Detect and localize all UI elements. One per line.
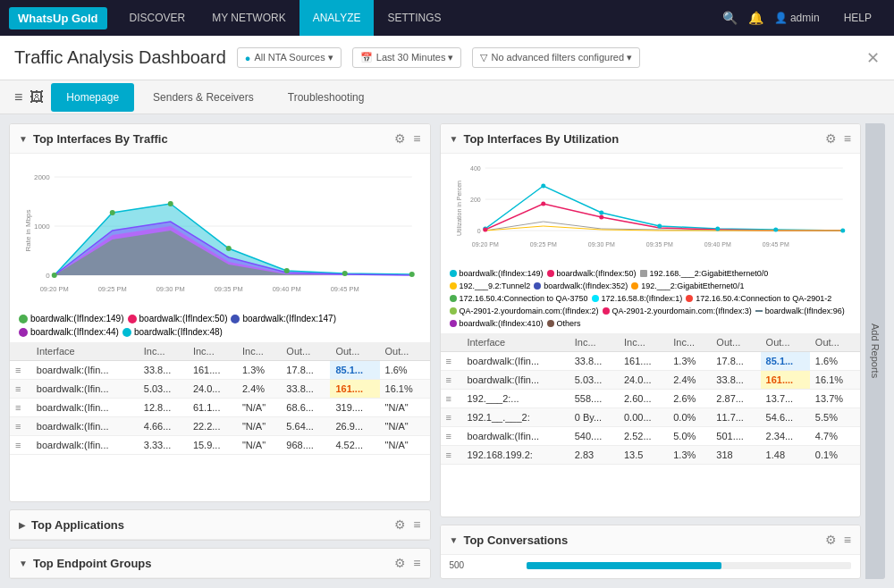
- table-row[interactable]: ≡boardwalk:(Ifin...5.03...24.0...2.4%33.…: [441, 371, 861, 390]
- close-button[interactable]: ✕: [866, 48, 880, 68]
- nav-help[interactable]: HELP: [831, 0, 885, 36]
- utilization-chevron[interactable]: ▼: [450, 134, 459, 144]
- table-row[interactable]: ≡boardwalk:(Ifin...33.8...161....1.3%17.…: [441, 352, 861, 371]
- endpoint-groups-settings-icon[interactable]: ⚙: [394, 556, 406, 570]
- table-cell: 501....: [711, 427, 760, 446]
- table-cell: 5.0%: [668, 427, 711, 446]
- advanced-filter[interactable]: ▽ No advanced filters configured ▾: [472, 47, 640, 68]
- table-cell: 5.5%: [810, 408, 860, 427]
- applications-settings-icon[interactable]: ⚙: [394, 517, 406, 532]
- table-row[interactable]: ≡boardwalk:(Ifin...540....2.52...5.0%501…: [441, 427, 861, 446]
- svg-text:09:30 PM: 09:30 PM: [587, 241, 614, 248]
- table-row[interactable]: ≡boardwalk:(Ifin...12.8...61.1..."N/A"68…: [10, 399, 430, 417]
- table-cell: 192.1__.___2:: [461, 408, 569, 427]
- traffic-legend: boardwalk:(IfIndex:149) boardwalk:(IfInd…: [10, 310, 430, 342]
- svg-point-38: [483, 228, 487, 232]
- uth-inc3: Inc...: [668, 333, 711, 352]
- svg-text:09:20 PM: 09:20 PM: [40, 285, 69, 293]
- conversations-settings-icon[interactable]: ⚙: [825, 533, 837, 547]
- conversations-chart: 500: [441, 555, 861, 578]
- sub-header: Traffic Analysis Dashboard ● All NTA Sou…: [0, 36, 894, 80]
- th-out3: Out...: [380, 342, 430, 361]
- table-cell: 2.6%: [668, 390, 711, 408]
- nav-discover[interactable]: DISCOVER: [116, 0, 199, 36]
- top-endpoint-groups-widget: ▼ Top Endpoint Groups ⚙ ≡: [9, 548, 431, 579]
- endpoint-groups-widget-header: ▼ Top Endpoint Groups ⚙ ≡: [10, 549, 430, 578]
- table-row[interactable]: ≡192.1__.___2:0 By...0.00...0.0%11.7...5…: [441, 408, 861, 427]
- uth-inc2: Inc...: [619, 333, 668, 352]
- legend-dot-44: [19, 328, 28, 337]
- traffic-menu-icon[interactable]: ≡: [413, 131, 420, 146]
- top-nav: WhatsUp Gold DISCOVER MY NETWORK ANALYZE…: [0, 0, 894, 36]
- utilization-table: Interface Inc... Inc... Inc... Out... Ou…: [441, 333, 861, 465]
- top-interfaces-traffic-widget: ▼ Top Interfaces By Traffic ⚙ ≡ Rate in …: [9, 123, 431, 502]
- table-cell: 0.1%: [810, 446, 860, 465]
- table-cell: 1.6%: [380, 361, 430, 380]
- sources-filter[interactable]: ● All NTA Sources ▾: [237, 47, 342, 68]
- utilization-widget-actions: ⚙ ≡: [825, 131, 851, 146]
- table-cell: 4.7%: [810, 427, 860, 446]
- ul-legend-14: Others: [547, 319, 581, 328]
- table-cell: boardwalk:(Ifin...: [461, 427, 569, 446]
- nav-settings[interactable]: SETTINGS: [374, 0, 454, 36]
- table-cell: 54.6...: [761, 408, 810, 427]
- uth-inc1: Inc...: [569, 333, 619, 352]
- tab-troubleshooting[interactable]: Troubleshooting: [273, 83, 380, 112]
- add-reports-sidebar[interactable]: Add Reports: [865, 123, 885, 579]
- page-title: Traffic Analysis Dashboard: [14, 47, 226, 68]
- endpoint-groups-widget-actions: ⚙ ≡: [394, 556, 420, 570]
- legend-label-50: boardwalk:(IfIndex:50): [139, 314, 228, 323]
- endpoint-groups-menu-icon[interactable]: ≡: [413, 556, 420, 570]
- table-cell: 558....: [569, 390, 619, 408]
- endpoint-groups-chevron[interactable]: ▼: [19, 559, 28, 568]
- sources-label: All NTA Sources ▾: [254, 52, 333, 63]
- conversations-chevron[interactable]: ▼: [450, 535, 459, 545]
- nav-analyze[interactable]: ANALYZE: [299, 0, 375, 36]
- table-cell: 1.3%: [668, 446, 711, 465]
- table-row[interactable]: ≡boardwalk:(Ifin...4.66...22.2..."N/A"5.…: [10, 417, 430, 436]
- svg-point-20: [226, 246, 232, 251]
- applications-chevron[interactable]: ▶: [19, 520, 26, 530]
- applications-menu-icon[interactable]: ≡: [413, 517, 420, 532]
- user-menu[interactable]: 👤 admin: [774, 12, 820, 24]
- conversations-menu-icon[interactable]: ≡: [844, 533, 851, 547]
- svg-point-40: [599, 215, 603, 220]
- time-filter[interactable]: 📅 Last 30 Minutes ▾: [352, 47, 462, 68]
- table-cell: 161....: [330, 380, 379, 399]
- table-cell: 33.8...: [569, 352, 619, 371]
- table-cell: 61.1...: [188, 399, 237, 417]
- traffic-settings-icon[interactable]: ⚙: [394, 131, 406, 146]
- traffic-table: Interface Inc... Inc... Inc... Out... Ou…: [10, 342, 430, 455]
- utilization-settings-icon[interactable]: ⚙: [825, 131, 837, 146]
- search-icon[interactable]: 🔍: [722, 11, 738, 25]
- conversations-widget-header: ▼ Top Conversations ⚙ ≡: [441, 525, 861, 555]
- menu-icon[interactable]: ≡: [14, 89, 22, 105]
- logo[interactable]: WhatsUp Gold: [9, 7, 107, 29]
- ul-legend-8: 172.16.58.8:(IfIndex:1): [592, 294, 683, 303]
- table-row[interactable]: ≡192.___2:...558....2.60...2.6%2.87...13…: [441, 390, 861, 408]
- utilization-menu-icon[interactable]: ≡: [844, 131, 851, 146]
- conversations-widget-actions: ⚙ ≡: [825, 533, 851, 547]
- notification-icon[interactable]: 🔔: [748, 11, 763, 25]
- traffic-chevron[interactable]: ▼: [19, 134, 28, 144]
- tab-homepage[interactable]: Homepage: [51, 83, 134, 112]
- table-row[interactable]: ≡boardwalk:(Ifin...5.03...24.0...2.4%33.…: [10, 380, 430, 399]
- row-icon: ≡: [441, 446, 462, 465]
- tab-senders-receivers[interactable]: Senders & Receivers: [138, 83, 269, 112]
- table-row[interactable]: ≡boardwalk:(Ifin...3.33...15.9..."N/A"96…: [10, 436, 430, 455]
- table-cell: 16.1%: [810, 371, 860, 390]
- calendar-icon: 📅: [360, 52, 373, 63]
- legend-label-149: boardwalk:(IfIndex:149): [30, 314, 124, 323]
- table-cell: 33.8...: [711, 371, 760, 390]
- row-icon: ≡: [441, 352, 462, 371]
- row-icon: ≡: [10, 399, 31, 417]
- table-row[interactable]: ≡boardwalk:(Ifin...33.8...161....1.3%17.…: [10, 361, 430, 380]
- nav-my-network[interactable]: MY NETWORK: [198, 0, 299, 36]
- svg-text:09:25 PM: 09:25 PM: [529, 241, 556, 248]
- table-row[interactable]: ≡192.168.199.2:2.8313.51.3%3181.480.1%: [441, 446, 861, 465]
- ul-legend-11: QA-2901-2.yourdomain.com:(IfIndex:3): [603, 307, 752, 315]
- image-icon[interactable]: 🖼: [30, 89, 44, 105]
- utilization-chart-svg: Utilization in Percen 400 200 0: [450, 159, 852, 257]
- traffic-table-header-row: Interface Inc... Inc... Inc... Out... Ou…: [10, 342, 430, 361]
- svg-point-19: [168, 201, 173, 206]
